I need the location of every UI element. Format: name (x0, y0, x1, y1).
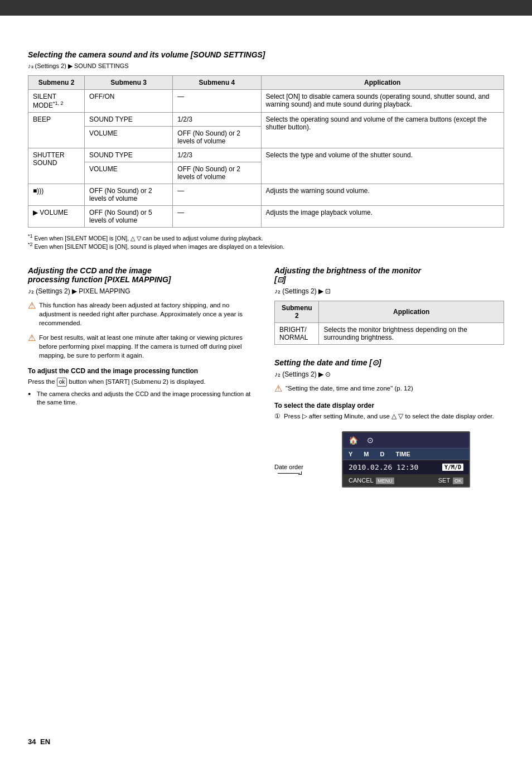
day-label: D (380, 451, 385, 457)
col-header-application: Application (261, 76, 504, 90)
camera-ui-bottom: CANCEL MENU SET OK (343, 474, 469, 486)
col-header-submenu4: Submenu 4 (173, 76, 261, 90)
set-label: SET OK (438, 477, 463, 484)
monitor-breadcrumb: ♪₂ (Settings 2) ▶ ⊡ (274, 287, 504, 295)
monitor-table: Submenu 2 Application BRIGHT/NORMAL Sele… (274, 301, 504, 345)
table-row: SILENT MODE*1, 2 OFF/ON — Select [ON] to… (28, 90, 504, 113)
date-info-icon: ⚠ (274, 383, 282, 395)
date-order-label-area: Date order (274, 425, 308, 475)
silent-mode-sub3: OFF/ON (85, 90, 173, 113)
date-info: ⚠ "Setting the date, time and time zone"… (274, 384, 504, 395)
pixel-breadcrumb: ♪₂ (Settings 2) ▶ PIXEL MAPPING (28, 287, 258, 295)
playback-sub4: — (173, 206, 261, 228)
date-info-text: "Setting the date, time and time zone" (… (286, 384, 413, 393)
page-number: 34 EN (28, 737, 50, 746)
warning-label: ■))) (28, 184, 85, 206)
pixel-bullet: The camera checks and adjusts the CCD an… (28, 390, 258, 407)
pixel-info-2: ⚠ For best results, wait at least one mi… (28, 333, 258, 360)
footnote-1: *1 Even when [SILENT MODE] is [ON], △ ▽ … (28, 233, 504, 242)
camera-ui-mockup: 🏠 ⊙ Y M D TIME 2010.02.26 12:30 (342, 431, 470, 488)
sound-breadcrumb: ♪₂ (Settings 2) ▶ SOUND SETTINGS (28, 62, 504, 70)
footnote-2: *2 Even when [SILENT MODE] is [ON], soun… (28, 242, 504, 250)
playback-app: Adjusts the image playback volume. (261, 206, 504, 228)
menu-badge: MENU (376, 478, 394, 484)
top-bar (0, 0, 532, 16)
bright-app: Selects the monitor brightness depending… (319, 323, 504, 345)
warning-sub4: — (173, 184, 261, 206)
page-num-value: 34 (28, 737, 36, 746)
info-icon-2: ⚠ (28, 332, 36, 344)
table-row: BEEP SOUND TYPE 1/2/3 Selects the operat… (28, 113, 504, 127)
pixel-info-1: ⚠ This function has already been adjuste… (28, 301, 258, 327)
table-row: SHUTTER SOUND SOUND TYPE 1/2/3 Selects t… (28, 148, 504, 162)
shutter-volume-val: OFF (No Sound) or 2 levels of volume (173, 162, 261, 184)
date-order-label: Date order (274, 464, 303, 470)
date-breadcrumb: ♪₂ (Settings 2) ▶ ⊙ (274, 370, 504, 378)
bright-label: BRIGHT/NORMAL (275, 323, 319, 345)
year-label: Y (349, 451, 352, 457)
pixel-info-1-text: This function has already been adjusted … (39, 301, 258, 327)
footnotes: *1 Even when [SILENT MODE] is [ON], △ ▽ … (28, 233, 504, 249)
table-row: ▶ VOLUME OFF (No Sound) or 5 levels of v… (28, 206, 504, 228)
warning-app: Adjusts the warning sound volume. (261, 184, 504, 206)
date-subheading: To select the date display order (274, 402, 504, 409)
beep-app: Selects the operating sound and volume o… (261, 113, 504, 148)
date-value: 2010.02.26 12:30 (349, 463, 418, 471)
info-icon-1: ⚠ (28, 300, 36, 312)
silent-mode-label: SILENT MODE*1, 2 (28, 90, 85, 113)
monitor-title: Adjusting the brightness of the monitor[… (274, 266, 504, 284)
monitor-section: Adjusting the brightness of the monitor[… (274, 266, 504, 345)
shutter-app: Selects the type and volume of the shutt… (261, 148, 504, 184)
date-order-container: Date order 🏠 ⊙ (274, 425, 504, 488)
shutter-volume-label: VOLUME (85, 162, 173, 184)
shutter-sound-type-val: 1/2/3 (173, 148, 261, 162)
date-section: Setting the date and time [⊙] ♪₂ (Settin… (274, 358, 504, 488)
beep-sound-type-label: SOUND TYPE (85, 113, 173, 127)
playback-label: ▶ VOLUME (28, 206, 85, 228)
monitor-col-app: Application (319, 301, 504, 323)
pixel-body-text: Press the ok button when [START] (Submen… (28, 377, 258, 387)
ymd-badge: Y/M/D (442, 464, 463, 471)
cancel-label: CANCEL MENU (349, 477, 394, 484)
ok-button-inline: ok (57, 378, 67, 387)
camera-ui-top: 🏠 ⊙ (343, 432, 469, 449)
beep-label: BEEP (28, 113, 85, 148)
camera-ui-header: Y M D TIME (343, 449, 469, 460)
pixel-mapping-section: Adjusting the CCD and the imageprocessin… (28, 266, 258, 488)
monitor-col-submenu2: Submenu 2 (275, 301, 319, 323)
table-row: ■))) OFF (No Sound) or 2 levels of volum… (28, 184, 504, 206)
page-label: EN (40, 737, 50, 746)
date-step-1: ① Press ▷ after setting Minute, and use … (274, 412, 504, 421)
home-icon: 🏠 (349, 436, 358, 445)
table-row: BRIGHT/NORMAL Selects the monitor bright… (275, 323, 504, 345)
date-title: Setting the date and time [⊙] (274, 358, 504, 367)
sound-settings-section: Selecting the camera sound and its volum… (28, 50, 504, 249)
pixel-info-2-text: For best results, wait at least one minu… (39, 333, 258, 360)
clock-icon: ⊙ (367, 436, 374, 445)
shutter-label: SHUTTER SOUND (28, 148, 85, 184)
pixel-subheading: To adjust the CCD and the image processi… (28, 367, 258, 375)
beep-sound-type-val: 1/2/3 (173, 113, 261, 127)
sound-table: Submenu 2 Submenu 3 Submenu 4 Applicatio… (28, 75, 504, 228)
beep-volume-val: OFF (No Sound) or 2 levels of volume (173, 127, 261, 148)
col-header-submenu3: Submenu 3 (85, 76, 173, 90)
pixel-mapping-title: Adjusting the CCD and the imageprocessin… (28, 266, 258, 284)
camera-ui-date-row: 2010.02.26 12:30 Y/M/D (343, 460, 469, 474)
time-label: TIME (395, 451, 410, 457)
right-column: Adjusting the brightness of the monitor[… (274, 266, 504, 488)
silent-mode-sub4: — (173, 90, 261, 113)
beep-volume-label: VOLUME (85, 127, 173, 148)
playback-sub3: OFF (No Sound) or 5 levels of volume (85, 206, 173, 228)
sound-settings-title: Selecting the camera sound and its volum… (28, 50, 504, 59)
silent-mode-app: Select [ON] to disable camera sounds (op… (261, 90, 504, 113)
warning-sub3: OFF (No Sound) or 2 levels of volume (85, 184, 173, 206)
col-header-submenu2: Submenu 2 (28, 76, 85, 90)
ok-badge: OK (453, 478, 463, 484)
sound-breadcrumb-icon: ♪₂ (Settings 2) ▶ SOUND SETTINGS (28, 62, 129, 70)
date-step-1-text: Press ▷ after setting Minute, and use △ … (284, 412, 494, 421)
shutter-sound-type-label: SOUND TYPE (85, 148, 173, 162)
month-label: M (364, 451, 369, 457)
